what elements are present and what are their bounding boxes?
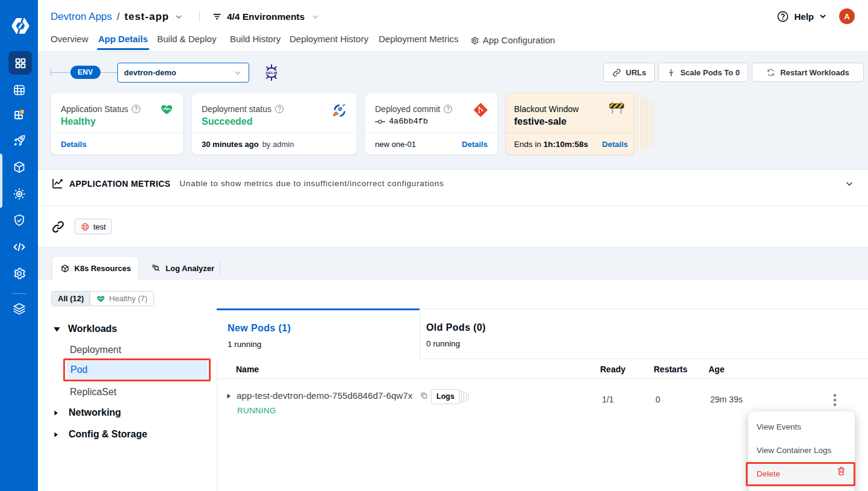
svg-text:HELM: HELM: [265, 70, 277, 75]
